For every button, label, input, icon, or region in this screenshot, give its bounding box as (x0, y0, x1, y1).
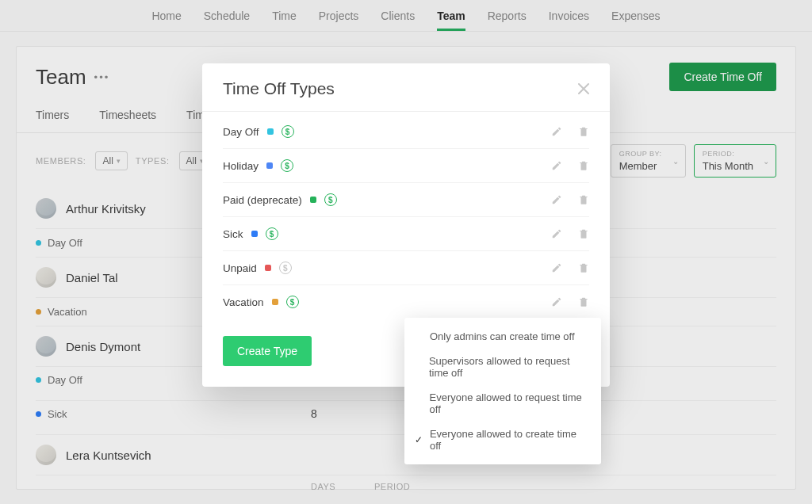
type-name: Sick (223, 228, 243, 240)
time-off-type-row: Unpaid$ (223, 251, 589, 285)
type-color-swatch (251, 231, 258, 237)
paid-badge-icon: $ (282, 125, 294, 138)
type-name: Day Off (223, 126, 259, 138)
type-name: Unpaid (223, 262, 257, 274)
close-icon[interactable] (578, 83, 589, 94)
permission-option-text: Everyone allowed to request time off (430, 391, 590, 415)
permission-option[interactable]: Supervisors allowed to request time off (404, 349, 601, 385)
create-type-button[interactable]: Create Type (223, 336, 312, 366)
type-name: Holiday (223, 160, 259, 172)
delete-icon[interactable] (578, 228, 589, 239)
paid-badge-icon: $ (266, 227, 278, 240)
type-color-swatch (266, 162, 273, 169)
permission-option[interactable]: Everyone allowed to request time off (404, 385, 601, 422)
paid-badge-icon: $ (281, 159, 293, 172)
permission-option-text: Supervisors allowed to request time off (429, 355, 590, 379)
delete-icon[interactable] (578, 126, 589, 137)
time-off-type-row: Day Off$ (223, 115, 589, 149)
modal-types-list: Day Off$Holiday$Paid (deprecate)$Sick$Un… (202, 112, 610, 319)
paid-badge-icon: $ (279, 262, 292, 274)
edit-icon[interactable] (551, 228, 562, 239)
permission-option-text: Only admins can create time off (430, 330, 575, 342)
delete-icon[interactable] (578, 194, 589, 205)
permission-dropdown: Only admins can create time offSuperviso… (404, 318, 601, 464)
type-color-swatch (272, 299, 278, 305)
time-off-type-row: Holiday$ (223, 149, 589, 183)
paid-badge-icon: $ (324, 193, 337, 206)
time-off-type-row: Paid (deprecate)$ (223, 183, 589, 217)
modal-title: Time Off Types (223, 79, 335, 98)
time-off-type-row: Vacation$ (223, 285, 589, 319)
edit-icon[interactable] (551, 160, 562, 171)
type-color-swatch (265, 265, 271, 271)
paid-badge-icon: $ (286, 296, 299, 308)
permission-option[interactable]: ✓Everyone allowed to create time off (404, 422, 601, 458)
permission-option[interactable]: Only admins can create time off (404, 324, 601, 349)
type-color-swatch (267, 128, 274, 135)
delete-icon[interactable] (578, 262, 589, 273)
type-name: Paid (deprecate) (223, 194, 302, 206)
check-icon: ✓ (414, 434, 423, 445)
edit-icon[interactable] (551, 126, 562, 137)
edit-icon[interactable] (551, 194, 562, 205)
permission-option-text: Everyone allowed to create time off (430, 428, 590, 452)
edit-icon[interactable] (551, 296, 562, 307)
delete-icon[interactable] (578, 296, 589, 307)
type-name: Vacation (223, 296, 264, 308)
delete-icon[interactable] (578, 160, 589, 171)
type-color-swatch (310, 197, 316, 203)
edit-icon[interactable] (551, 262, 562, 273)
time-off-type-row: Sick$ (223, 217, 589, 251)
